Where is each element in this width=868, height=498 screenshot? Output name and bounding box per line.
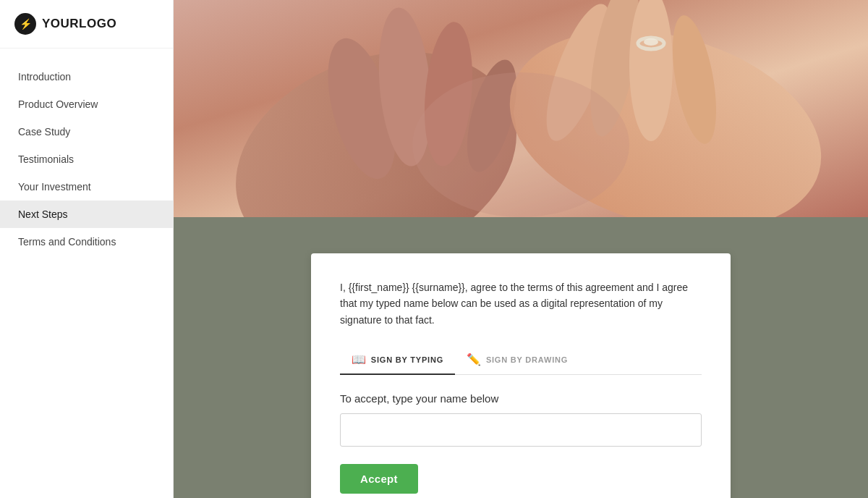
signature-card: I, {{first_name}} {{surname}}, agree to …	[311, 253, 731, 498]
main-content: I, {{first_name}} {{surname}}, agree to …	[174, 0, 868, 498]
logo-icon: ⚡	[14, 13, 36, 35]
svg-point-13	[412, 72, 629, 217]
sidebar-item-terms-and-conditions[interactable]: Terms and Conditions	[0, 228, 173, 256]
sign-tabs: 📖SIGN BY TYPING✏️SIGN BY DRAWING	[340, 345, 702, 375]
svg-point-11	[644, 38, 658, 46]
sign-by-drawing-label: SIGN BY DRAWING	[486, 355, 568, 364]
content-area: I, {{first_name}} {{surname}}, agree to …	[174, 217, 868, 498]
sign-by-typing-icon: 📖	[352, 353, 367, 366]
name-input[interactable]	[340, 413, 702, 447]
sign-by-drawing-icon: ✏️	[467, 353, 482, 366]
accept-button[interactable]: Accept	[340, 464, 418, 494]
sidebar-item-next-steps[interactable]: Next Steps	[0, 201, 173, 228]
sidebar-item-your-investment[interactable]: Your Investment	[0, 173, 173, 201]
tab-sign-by-typing[interactable]: 📖SIGN BY TYPING	[340, 345, 455, 375]
sidebar-item-case-study[interactable]: Case Study	[0, 118, 173, 145]
tab-sign-by-drawing[interactable]: ✏️SIGN BY DRAWING	[455, 345, 579, 375]
agreement-text: I, {{first_name}} {{surname}}, agree to …	[340, 279, 702, 328]
input-label: To accept, type your name below	[340, 392, 702, 405]
sidebar-item-introduction[interactable]: Introduction	[0, 63, 173, 90]
sidebar-nav: IntroductionProduct OverviewCase StudyTe…	[0, 48, 173, 270]
logo-area: ⚡ YOURLOGO	[0, 0, 173, 48]
sidebar: ⚡ YOURLOGO IntroductionProduct OverviewC…	[0, 0, 174, 498]
sidebar-item-testimonials[interactable]: Testimonials	[0, 145, 173, 173]
sign-by-typing-label: SIGN BY TYPING	[371, 355, 443, 364]
sidebar-item-product-overview[interactable]: Product Overview	[0, 90, 173, 118]
hero-image	[174, 0, 868, 217]
bolt-icon: ⚡	[20, 18, 32, 30]
logo-text: YOURLOGO	[42, 17, 116, 31]
